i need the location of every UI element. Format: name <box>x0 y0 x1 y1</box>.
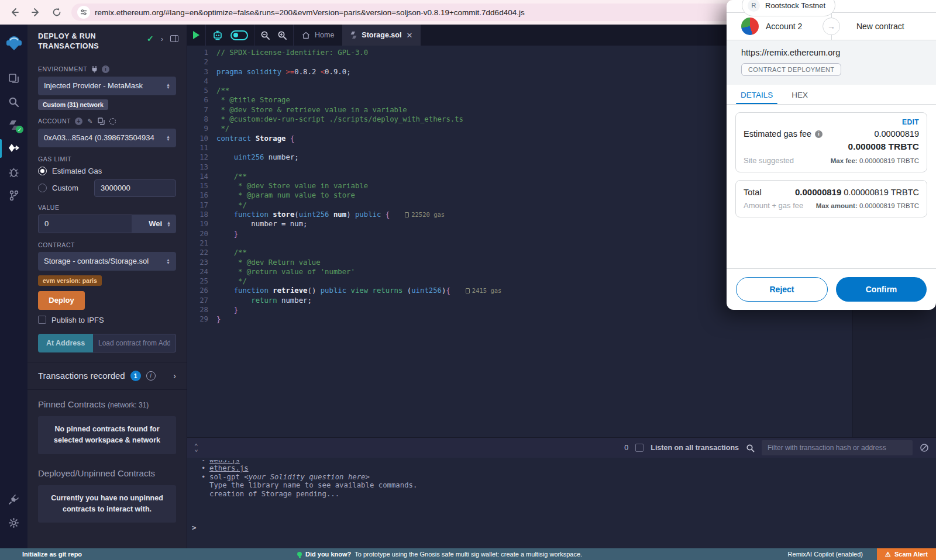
add-account-icon[interactable]: + <box>75 117 82 125</box>
at-address-button[interactable]: At Address <box>38 334 93 352</box>
account-select[interactable]: 0xA03...85ac4 (0.398673504934 ▲▼ <box>38 129 176 147</box>
listen-all-checkbox[interactable] <box>635 444 644 452</box>
terminal-filter-input[interactable] <box>762 440 913 455</box>
ai-group <box>206 25 254 46</box>
deploy-and-run-icon[interactable] <box>0 137 27 160</box>
gas-icon <box>466 288 470 293</box>
line-number: 5 <box>187 86 216 95</box>
line-number: 20 <box>187 229 216 238</box>
radio-icon[interactable] <box>38 184 47 192</box>
collapse-terminal-icon[interactable]: ⌃⌃ <box>194 445 198 451</box>
publish-ipfs-row[interactable]: Publish to IPFS <box>38 316 176 324</box>
clear-console-icon[interactable] <box>920 443 929 452</box>
terminal-line: •ethers.js <box>201 464 936 473</box>
search-icon[interactable] <box>0 90 27 113</box>
gas-estimate-widget: 22520 gas <box>405 210 445 219</box>
at-address-row: At Address <box>38 334 176 352</box>
custom-gas-input[interactable] <box>94 179 176 197</box>
radio-selected-icon[interactable] <box>38 167 47 175</box>
copy-address-icon[interactable] <box>98 117 105 125</box>
ai-robot-icon[interactable] <box>212 30 223 40</box>
run-group <box>187 25 206 46</box>
debugger-icon[interactable] <box>0 160 27 184</box>
amount-gas-label: Amount + gas fee <box>744 201 803 210</box>
reload-icon[interactable] <box>50 6 63 19</box>
line-number: 27 <box>187 296 216 305</box>
evm-version-badge: evm version: paris <box>38 275 102 286</box>
details-hex-tabs: DETAILS HEX <box>727 85 936 105</box>
contract-select[interactable]: Storage - contracts/Storage.sol ▲▼ <box>38 252 176 271</box>
back-icon[interactable] <box>8 6 21 19</box>
did-you-know-tip: Did you know? To prototype using the Gno… <box>297 551 582 558</box>
zoom-in-icon[interactable] <box>277 30 287 40</box>
line-number: 1 <box>187 48 216 57</box>
site-settings-icon[interactable] <box>77 6 90 19</box>
origin-section: https://remix.ethereum.org CONTRACT DEPL… <box>727 40 936 85</box>
code-line[interactable]: 29} <box>187 314 936 324</box>
transactions-count-badge: 1 <box>130 371 141 381</box>
forward-icon[interactable] <box>29 6 42 19</box>
deploy-button[interactable]: Deploy <box>38 291 85 310</box>
line-number: 23 <box>187 258 216 267</box>
tab-details[interactable]: DETAILS <box>731 85 782 104</box>
line-number: 11 <box>187 143 216 153</box>
git-icon[interactable] <box>0 184 27 207</box>
deploy-run-panel: DEPLOY & RUN TRANSACTIONS ✓ › ENVIRONMEN… <box>27 25 187 548</box>
line-number: 17 <box>187 201 216 210</box>
scam-alert-button[interactable]: ⚠ Scam Alert <box>877 548 936 560</box>
gas-fee-value: 0.00000819 <box>874 129 919 139</box>
tab-hex[interactable]: HEX <box>782 85 817 104</box>
solidity-file-icon <box>350 31 357 39</box>
file-explorer-icon[interactable] <box>0 67 27 90</box>
remix-logo-icon[interactable] <box>0 28 27 58</box>
environment-info-icon[interactable]: i <box>102 65 109 73</box>
chevron-updown-icon: ▲▼ <box>166 83 170 89</box>
copilot-status[interactable]: RemixAI Copilot (enabled) <box>788 551 863 558</box>
terminal-link[interactable]: web3.js <box>209 460 240 464</box>
tab-home[interactable]: Home <box>294 25 342 46</box>
estimated-gas-option[interactable]: Estimated Gas <box>38 167 176 175</box>
publish-ipfs-checkbox[interactable] <box>38 316 46 324</box>
reject-button[interactable]: Reject <box>736 277 828 302</box>
custom-gas-option[interactable]: Custom <box>38 179 176 197</box>
terminal-link[interactable]: ethers.js <box>209 464 249 473</box>
account-avatar <box>741 18 759 35</box>
zoom-out-icon[interactable] <box>260 30 270 40</box>
copilot-toggle[interactable] <box>230 30 248 40</box>
gas-fee-currency: 0.000008 TRBTC <box>848 141 919 152</box>
line-number: 21 <box>187 238 216 248</box>
close-tab-icon[interactable]: ✕ <box>406 31 412 40</box>
tab-storage-sol[interactable]: Storage.sol ✕ <box>342 25 421 46</box>
panel-pin-icon[interactable] <box>170 35 178 42</box>
solidity-compiler-icon[interactable]: ✓ <box>0 113 27 137</box>
settings-gear-icon[interactable] <box>0 511 27 534</box>
terminal-line: creation of Storage pending... <box>201 490 936 499</box>
edit-gas-link[interactable]: EDIT <box>744 118 919 126</box>
rail-bottom <box>0 488 27 534</box>
line-number: 22 <box>187 248 216 257</box>
terminal-output[interactable]: > •web3.js•ethers.js•sol-gpt <your Solid… <box>187 458 936 548</box>
terminal-line: •sol-gpt <your Solidity question here> <box>201 473 936 482</box>
at-address-input[interactable] <box>93 334 176 352</box>
info-icon[interactable]: i <box>815 130 823 138</box>
terminal-toolbar: ⌃⌃ 0 Listen on all transactions <box>187 438 936 458</box>
line-number: 14 <box>187 172 216 181</box>
warning-icon: ⚠ <box>885 551 891 558</box>
transactions-recorded-row[interactable]: Transactions recorded 1 i › <box>27 362 187 389</box>
line-number: 6 <box>187 95 216 105</box>
chevron-updown-icon: ▲▼ <box>167 221 171 227</box>
confirm-button[interactable]: Confirm <box>836 277 927 302</box>
environment-select[interactable]: Injected Provider - MetaMask ▲▼ <box>38 77 176 95</box>
gas-estimate-widget: 2415 gas <box>466 286 502 295</box>
panel-expand-icon[interactable]: › <box>161 34 163 43</box>
edit-account-icon[interactable]: ✎ <box>87 117 92 125</box>
line-number: 28 <box>187 305 216 314</box>
line-number: 15 <box>187 181 216 191</box>
transactions-info-icon[interactable]: i <box>146 371 156 381</box>
chevron-right-icon[interactable]: › <box>173 371 176 381</box>
git-init-status[interactable]: Initialize as git repo <box>0 551 82 558</box>
run-script-icon[interactable] <box>193 31 199 39</box>
value-input[interactable] <box>38 215 132 233</box>
plugin-manager-icon[interactable] <box>0 488 27 511</box>
value-unit-select[interactable]: Wei ▲▼ <box>132 215 176 233</box>
